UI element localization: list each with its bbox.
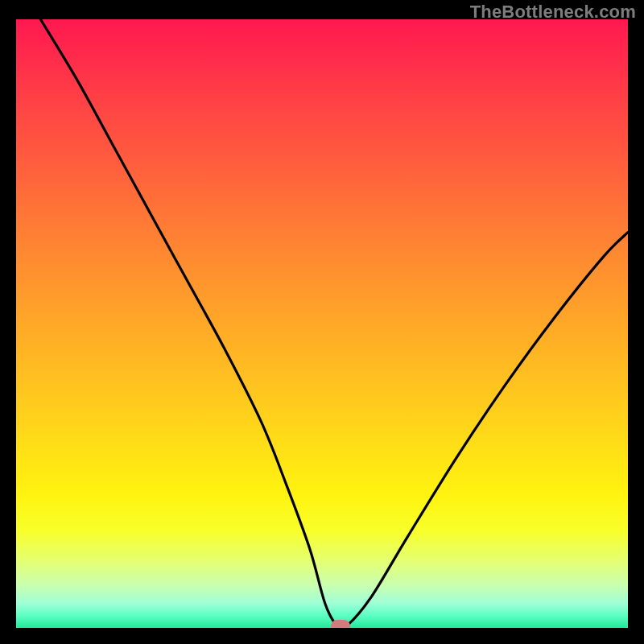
optimum-marker [331, 620, 350, 628]
bottleneck-curve [40, 19, 628, 628]
watermark-text: TheBottleneck.com [470, 2, 636, 23]
curve-svg [16, 19, 628, 628]
plot-area [16, 19, 628, 628]
chart-container: TheBottleneck.com [0, 0, 644, 644]
